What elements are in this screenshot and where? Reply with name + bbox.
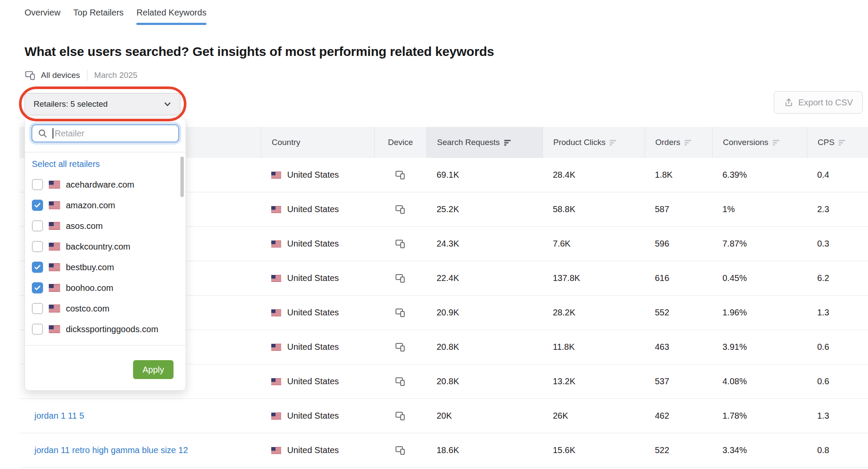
orders-cell: 537 (645, 364, 712, 398)
export-to-csv-button[interactable]: Export to CSV (774, 91, 863, 114)
table-row: jordan 1 11 5 United States 20K (19, 399, 868, 433)
keyword-link[interactable]: jordan 11 retro high gamma blue size 12 (34, 445, 188, 455)
desktop-mobile-icon (395, 445, 406, 456)
sort-icon (773, 140, 779, 146)
device-cell (374, 192, 426, 226)
conversions-cell: 1% (712, 192, 807, 226)
retailer-option[interactable]: amazon.com (25, 195, 186, 216)
desktop-mobile-icon (395, 170, 406, 180)
text-caret (53, 128, 53, 139)
header-orders[interactable]: Orders (645, 127, 712, 158)
us-flag-icon (49, 222, 60, 230)
us-flag-icon (49, 305, 60, 312)
conversions-cell: 4.08% (712, 364, 807, 398)
search-requests-cell: 20.8K (426, 330, 542, 364)
tab-related-keywords[interactable]: Related Keywords (136, 8, 206, 25)
period-label: March 2025 (94, 71, 137, 80)
header-search-requests[interactable]: Search Requests (426, 127, 542, 158)
retailer-checkbox[interactable] (32, 241, 43, 252)
chevron-down-icon (162, 99, 173, 110)
retailer-name: bestbuy.com (66, 262, 114, 272)
retailer-option[interactable]: acehardware.com (25, 174, 186, 195)
search-requests-cell: 22.4K (426, 261, 542, 295)
desktop-mobile-icon (395, 376, 406, 387)
cps-cell: 6.2 (807, 261, 868, 295)
header-product-clicks[interactable]: Product Clicks (542, 127, 645, 158)
desktop-mobile-icon (395, 342, 406, 352)
country-cell: United States (261, 192, 374, 226)
conversions-cell: 0.45% (712, 261, 807, 295)
retailer-checkbox[interactable] (32, 262, 43, 273)
retailer-option[interactable]: dickssportinggoods.com (25, 319, 186, 339)
country-cell: United States (261, 296, 374, 330)
us-flag-icon (49, 284, 60, 292)
product-clicks-cell: 137.8K (542, 261, 645, 295)
select-all-retailers-link[interactable]: Select all retailers (32, 159, 179, 170)
header-cps[interactable]: CPS (807, 127, 868, 158)
us-flag-icon (49, 201, 60, 209)
retailers-dropdown-panel: Select all retailers acehardware.com (25, 117, 186, 391)
retailer-option[interactable]: asos.com (25, 216, 186, 236)
us-flag-icon (271, 413, 281, 420)
retailer-checkbox[interactable] (32, 282, 43, 293)
search-requests-cell: 18.6K (426, 433, 542, 467)
device-cell (374, 158, 426, 192)
retailer-search-input[interactable] (31, 124, 179, 142)
device-cell (374, 296, 426, 330)
desktop-mobile-icon (395, 238, 406, 249)
sort-icon (504, 140, 511, 146)
orders-cell: 616 (645, 261, 712, 295)
retailer-name: costco.com (66, 304, 109, 314)
related-keywords-page: Overview Top Retailers Related Keywords … (0, 0, 868, 469)
cps-cell: 1.3 (807, 296, 868, 330)
search-icon (37, 128, 48, 140)
retailer-name: backcountry.com (66, 242, 130, 252)
us-flag-icon (49, 325, 60, 333)
device-cell (374, 433, 426, 467)
retailer-checkbox[interactable] (32, 220, 43, 231)
retailer-checkbox[interactable] (32, 324, 43, 335)
header-conversions[interactable]: Conversions (712, 127, 807, 158)
retailer-option[interactable]: bestbuy.com (25, 257, 186, 278)
orders-cell: 552 (645, 296, 712, 330)
retailer-checkbox[interactable] (32, 200, 43, 211)
country-cell: United States (261, 227, 374, 261)
conversions-cell: 3.34% (712, 433, 807, 467)
desktop-mobile-icon (395, 273, 406, 284)
search-requests-cell: 20K (426, 399, 542, 433)
device-cell (374, 227, 426, 261)
cps-cell: 0.4 (807, 158, 868, 192)
dropdown-scrollbar[interactable] (180, 157, 184, 197)
us-flag-icon (271, 172, 281, 179)
cps-cell: 0.6 (807, 364, 868, 398)
product-clicks-cell: 28.4K (542, 158, 645, 192)
product-clicks-cell: 28.2K (542, 296, 645, 330)
us-flag-icon (271, 241, 281, 247)
retailer-checkbox[interactable] (32, 303, 43, 314)
search-requests-cell: 69.1K (426, 158, 542, 192)
retailer-name: boohoo.com (66, 283, 113, 293)
us-flag-icon (271, 206, 281, 213)
retailer-option[interactable]: backcountry.com (25, 236, 186, 257)
device-scope-label: All devices (41, 71, 80, 80)
retailer-option[interactable]: costco.com (25, 298, 186, 319)
orders-cell: 522 (645, 433, 712, 467)
tab-top-retailers[interactable]: Top Retailers (73, 8, 124, 25)
retailers-dropdown-button[interactable]: Retailers: 5 selected (25, 93, 180, 115)
retailer-checkbox[interactable] (32, 179, 43, 190)
orders-cell: 463 (645, 330, 712, 364)
retailer-option[interactable]: boohoo.com (25, 278, 186, 298)
device-cell (374, 261, 426, 295)
keyword-link[interactable]: jordan 1 11 5 (34, 411, 84, 421)
retailer-name: asos.com (66, 221, 103, 231)
device-cell (374, 330, 426, 364)
us-flag-icon (49, 181, 60, 188)
search-requests-cell: 25.2K (426, 192, 542, 226)
search-requests-cell: 20.9K (426, 296, 542, 330)
tab-overview[interactable]: Overview (25, 8, 60, 25)
conversions-cell: 1.78% (712, 399, 807, 433)
retailer-option-list: acehardware.com amazon.com (25, 174, 186, 339)
search-requests-cell: 20.8K (426, 364, 542, 398)
apply-button[interactable]: Apply (133, 360, 174, 379)
orders-cell: 596 (645, 227, 712, 261)
